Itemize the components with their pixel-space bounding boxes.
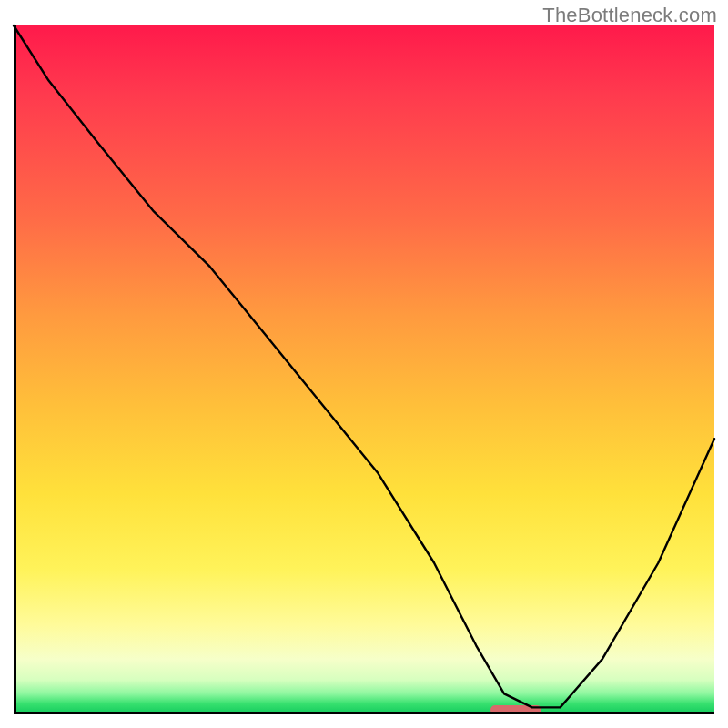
bottleneck-curve xyxy=(14,25,714,714)
watermark-text: TheBottleneck.com xyxy=(542,4,717,27)
x-axis xyxy=(14,712,714,714)
curve-path xyxy=(14,25,714,707)
chart-container: TheBottleneck.com xyxy=(0,0,728,728)
plot-area xyxy=(14,25,714,714)
y-axis xyxy=(14,25,16,714)
